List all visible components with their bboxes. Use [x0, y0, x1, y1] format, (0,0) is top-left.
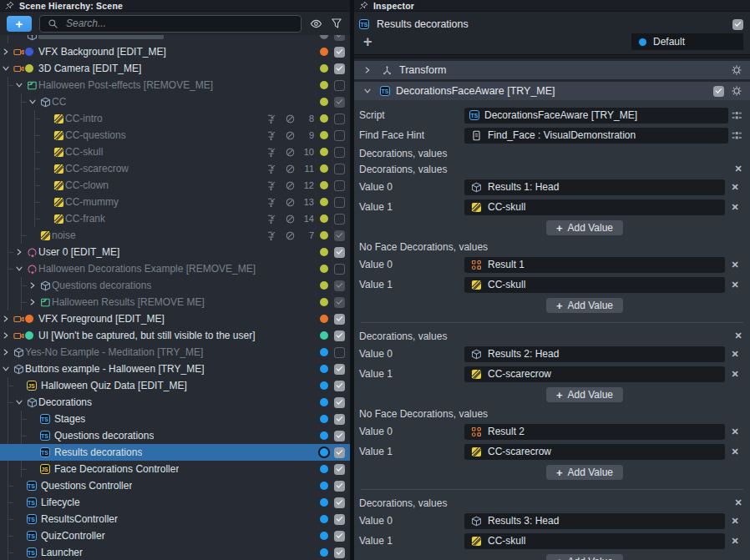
- enabled-checkbox[interactable]: [334, 97, 345, 108]
- layer-color-dot[interactable]: [320, 248, 328, 256]
- enabled-checkbox[interactable]: [334, 197, 345, 208]
- tree-row[interactable]: VFX Foreground [EDIT_ME]: [0, 310, 350, 327]
- add-component-button[interactable]: +: [363, 34, 372, 49]
- remove-value-button[interactable]: ✕: [725, 426, 745, 437]
- tree-row[interactable]: Decorations: [0, 394, 350, 411]
- tree-row[interactable]: JSFace Decorations Controller: [0, 461, 350, 477]
- chevron-right-icon[interactable]: [0, 348, 12, 356]
- enabled-checkbox[interactable]: [334, 230, 345, 241]
- tree-row[interactable]: noise7: [0, 227, 350, 244]
- chevron-right-icon[interactable]: [361, 66, 374, 74]
- enabled-checkbox[interactable]: [334, 531, 345, 542]
- enabled-checkbox[interactable]: [334, 481, 345, 492]
- chevron-right-icon[interactable]: [0, 315, 12, 323]
- field-value[interactable]: CC-skull: [464, 533, 725, 549]
- enabled-checkbox[interactable]: [334, 114, 345, 124]
- remove-value-button[interactable]: ✕: [725, 446, 745, 457]
- layer-color-dot[interactable]: [320, 448, 328, 457]
- component-enabled-checkbox[interactable]: [713, 86, 724, 97]
- tree-row[interactable]: CC-skull10: [0, 144, 350, 160]
- pin-icon[interactable]: [3, 1, 16, 10]
- field-value[interactable]: CC-skull: [464, 199, 725, 215]
- layer-color-dot[interactable]: [320, 465, 328, 473]
- tree-row[interactable]: Halloween Post-effects [REMOVE_ME]: [0, 77, 350, 93]
- tree-row[interactable]: Buttons example - Halloween [TRY_ME]: [0, 361, 350, 377]
- layer-color-dot[interactable]: [320, 431, 328, 440]
- remove-value-button[interactable]: ✕: [725, 182, 745, 193]
- object-picker-icon[interactable]: [728, 130, 745, 141]
- field-value[interactable]: Find_Face : VisualDemonstration: [464, 128, 728, 144]
- chevron-down-icon[interactable]: [27, 98, 38, 106]
- layer-color-dot[interactable]: [320, 532, 328, 540]
- enabled-checkbox[interactable]: [334, 464, 345, 475]
- enabled-checkbox[interactable]: [334, 347, 345, 358]
- tree-row[interactable]: TSLifecycle: [0, 494, 350, 511]
- layer-color-dot[interactable]: [320, 365, 328, 373]
- layer-color-dot[interactable]: [320, 381, 328, 390]
- tree-row[interactable]: TSQuestions decorations: [0, 427, 350, 444]
- tree-row[interactable]: CC-clown12: [0, 177, 350, 194]
- enabled-checkbox[interactable]: [334, 497, 345, 508]
- add-object-button[interactable]: +: [7, 16, 32, 32]
- chevron-right-icon[interactable]: [0, 331, 12, 340]
- object-enabled-checkbox[interactable]: [732, 19, 743, 30]
- remove-value-button[interactable]: ✕: [725, 260, 745, 270]
- add-value-button[interactable]: +Add Value: [546, 298, 623, 313]
- enabled-checkbox[interactable]: [334, 414, 345, 425]
- field-value[interactable]: Results 3: Head: [464, 513, 725, 529]
- layer-dropdown[interactable]: Default: [631, 33, 743, 50]
- tree-row[interactable]: Halloween Results [REMOVE ME]: [0, 294, 350, 310]
- remove-value-button[interactable]: ✕: [725, 369, 745, 380]
- layer-color-dot[interactable]: [320, 515, 328, 523]
- layer-color-dot[interactable]: [320, 231, 328, 240]
- field-value[interactable]: TSDecorationsFaceAware [TRY_ME]: [464, 108, 728, 124]
- enabled-checkbox[interactable]: [334, 280, 345, 291]
- chevron-right-icon[interactable]: [13, 248, 25, 256]
- chevron-right-icon[interactable]: [27, 298, 38, 306]
- field-value[interactable]: CC-scarecrow: [464, 366, 725, 382]
- enabled-checkbox[interactable]: [334, 381, 345, 391]
- remove-group-button[interactable]: ✕: [732, 497, 745, 508]
- enabled-checkbox[interactable]: [334, 164, 345, 174]
- tree-row[interactable]: VFX Background [EDIT_ME]: [0, 43, 350, 60]
- layer-color-dot[interactable]: [320, 415, 328, 423]
- layer-color-dot[interactable]: [320, 298, 328, 306]
- layer-color-dot[interactable]: [320, 315, 328, 323]
- tree-row[interactable]: UI [Won't be captured, but still visible…: [0, 327, 350, 344]
- layer-color-dot[interactable]: [320, 114, 328, 123]
- tree-row[interactable]: CC-mummy13: [0, 194, 350, 210]
- layer-color-dot[interactable]: [320, 48, 328, 56]
- layer-color-dot[interactable]: [320, 64, 328, 73]
- layer-color-dot[interactable]: [320, 181, 328, 189]
- add-value-button[interactable]: +Add Value: [546, 465, 623, 480]
- tree-row[interactable]: CC-intro8: [0, 110, 350, 127]
- remove-group-button[interactable]: ✕: [732, 164, 745, 174]
- enabled-checkbox[interactable]: [334, 547, 345, 558]
- remove-group-button[interactable]: ✕: [732, 330, 745, 341]
- layer-color-dot[interactable]: [320, 265, 328, 273]
- enabled-checkbox[interactable]: [334, 297, 345, 308]
- tree-row[interactable]: CC-frank14: [0, 210, 350, 227]
- eye-icon[interactable]: [309, 18, 322, 30]
- enabled-checkbox[interactable]: [334, 514, 345, 525]
- field-value[interactable]: CC-skull: [464, 277, 725, 293]
- object-picker-icon[interactable]: [728, 110, 745, 121]
- chevron-down-icon[interactable]: [361, 87, 374, 95]
- chevron-down-icon[interactable]: [13, 398, 25, 406]
- enabled-checkbox[interactable]: [334, 80, 345, 91]
- tree-row[interactable]: TSResultsController: [0, 511, 350, 527]
- enabled-checkbox[interactable]: [334, 63, 345, 74]
- layer-color-dot[interactable]: [320, 548, 328, 557]
- gear-icon[interactable]: [730, 85, 743, 97]
- enabled-checkbox[interactable]: [334, 264, 345, 275]
- enabled-checkbox[interactable]: [334, 247, 345, 258]
- enabled-checkbox[interactable]: [334, 35, 345, 41]
- tree-row[interactable]: TSQuizController: [0, 527, 350, 544]
- tree-row[interactable]: TSResults decorations: [0, 444, 350, 461]
- chevron-down-icon[interactable]: [13, 265, 25, 273]
- tree-row[interactable]: TSStages: [0, 411, 350, 427]
- remove-value-button[interactable]: ✕: [725, 516, 745, 527]
- remove-value-button[interactable]: ✕: [725, 280, 745, 290]
- enabled-checkbox[interactable]: [334, 130, 345, 141]
- layer-color-dot[interactable]: [320, 35, 328, 39]
